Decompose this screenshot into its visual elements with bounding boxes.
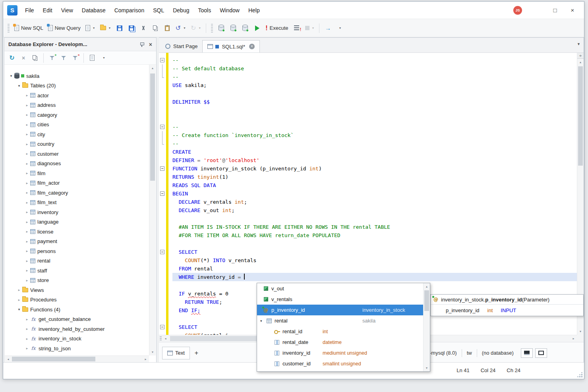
completion-item-customer-id[interactable]: customer_idsmallint unsigned [257,358,423,369]
tab-list-button[interactable]: ▼ [577,42,580,46]
pin-icon[interactable] [139,42,144,47]
tree-item-film-text[interactable]: ▸film_text [5,198,149,208]
scroll-up-icon[interactable]: ▲ [424,283,430,290]
cut-button[interactable] [138,22,149,34]
maximize-button[interactable]: □ [548,5,562,16]
refresh-button[interactable]: ↻ [7,53,17,63]
scroll-thumb[interactable] [12,357,95,361]
fold-collapse-icon[interactable] [160,58,164,62]
completion-item-p-inventory-id[interactable]: p_inventory_idinventory_in_stock [257,305,423,315]
expand-icon[interactable]: ▸ [24,152,30,156]
layout-toggle-filled-button[interactable] [521,348,533,358]
layout-toggle-outline-button[interactable] [535,348,547,358]
explorer-more-button[interactable]: ▼ [99,53,109,63]
database-connect-button[interactable] [216,22,227,34]
expand-icon[interactable]: ▸ [24,239,30,243]
tree-item-procedures[interactable]: ▸Procedures [5,295,149,305]
database-refresh-button[interactable] [228,22,239,34]
tree-item-payment[interactable]: ▸payment [5,237,149,247]
tab-start-page[interactable]: Start Page [161,40,202,52]
expand-icon[interactable]: ▸ [24,337,30,341]
tree-item-diagnoses[interactable]: ▸diagnoses [5,159,149,169]
collapse-icon[interactable]: ▾ [8,74,14,78]
tree-item-country[interactable]: ▸country [5,139,149,149]
paste-button[interactable] [162,22,173,34]
close-icon[interactable]: × [149,41,152,48]
save-all-button[interactable] [126,22,137,34]
menu-edit[interactable]: Edit [39,5,57,16]
expand-icon[interactable]: ▸ [24,317,30,321]
tree-horizontal-scrollbar[interactable]: ◂ ▸ [5,355,149,362]
filter-button[interactable] [58,53,69,63]
tree-item-rental[interactable]: ▸rental [5,256,149,266]
scroll-left-icon[interactable]: ◂ [162,335,169,342]
expand-icon[interactable]: ▸ [24,346,30,350]
fold-collapse-icon[interactable] [160,325,164,329]
new-document-button[interactable]: ▼ [83,22,97,34]
completion-item-v-out[interactable]: v_out [257,283,423,294]
close-icon[interactable]: × [249,44,255,49]
fold-collapse-icon[interactable] [160,166,164,171]
expand-icon[interactable]: ▸ [16,288,22,292]
stop-button[interactable]: ▼ [303,22,317,34]
scroll-right-icon[interactable]: ▸ [142,356,149,362]
scroll-down-icon[interactable]: ▼ [424,365,430,371]
scroll-left-icon[interactable]: ◂ [5,356,12,362]
new-query-button[interactable]: New Query [46,22,83,34]
tree-vertical-scrollbar[interactable]: ▲ ▼ [149,65,156,355]
tree-item-staff[interactable]: ▸staff [5,266,149,276]
stop-refresh-button[interactable]: × [18,53,29,63]
fold-collapse-icon[interactable] [160,125,164,129]
tree-item-persons[interactable]: ▸persons [5,246,149,256]
add-filter-button[interactable]: + [47,53,57,63]
tree-item-address[interactable]: ▸address [5,100,149,110]
close-button[interactable]: × [566,5,579,16]
tree-item-views[interactable]: ▸Views [5,285,149,295]
scroll-up-icon[interactable]: ▲ [149,65,156,71]
open-file-button[interactable]: ▼ [98,22,113,34]
tree-item-tables-20[interactable]: ▾Tables (20) [5,81,149,91]
scroll-thumb[interactable] [578,66,583,166]
expand-icon[interactable]: ▸ [24,132,30,136]
tree-item-category[interactable]: ▸category [5,110,149,120]
collapse-icon[interactable]: ▾ [260,319,266,323]
editor-vertical-scrollbar[interactable]: ÷ ▲ ▼ [577,53,584,335]
expand-icon[interactable]: ▸ [24,123,30,127]
toolbar-grip[interactable] [8,24,10,33]
tree-item-film-actor[interactable]: ▸film_actor [5,178,149,188]
duplicate-button[interactable] [30,53,40,63]
tab-text-view[interactable]: Text [162,347,190,359]
undo-button[interactable]: ↺▼ [174,22,188,34]
menu-help[interactable]: Help [244,5,264,16]
user-label[interactable]: tw [462,350,477,356]
tree-item-inventory-in-stock[interactable]: ▸fxinventory_in_stock [5,334,149,344]
collapse-icon[interactable]: ▾ [16,307,22,311]
expand-icon[interactable]: ▸ [24,103,30,107]
resize-grip[interactable] [577,372,582,377]
expand-icon[interactable]: ▸ [24,181,30,185]
copy-button[interactable] [150,22,161,34]
expand-icon[interactable]: ▸ [24,191,30,195]
scroll-thumb[interactable] [150,73,155,181]
new-sql-button[interactable]: New SQL [12,22,45,34]
menu-file[interactable]: File [21,5,39,16]
database-label[interactable]: (no database) [477,350,518,356]
tree-item-city[interactable]: ▸city [5,129,149,139]
tree-item-inventory[interactable]: ▸inventory [5,207,149,217]
popup-scrollbar[interactable]: ▲ ▼ [423,283,430,371]
debug-step-button[interactable]: → [322,22,333,34]
expand-icon[interactable]: ▸ [24,210,30,214]
menu-database[interactable]: Database [77,5,110,16]
expand-icon[interactable]: ▸ [24,278,30,282]
tree-item-sakila[interactable]: ▾sakila [5,71,149,81]
scroll-down-icon[interactable]: ▼ [577,328,584,335]
fold-collapse-icon[interactable] [160,191,164,196]
scroll-right-icon[interactable]: ▸ [570,335,577,342]
tree-item-language[interactable]: ▸language [5,217,149,227]
add-view-button[interactable]: + [195,350,198,357]
scroll-up-icon[interactable]: ▲ [577,59,584,66]
menu-tools[interactable]: Tools [193,5,215,16]
menu-view[interactable]: View [57,5,77,16]
tree-item-store[interactable]: ▸store [5,276,149,286]
menu-comparison[interactable]: Comparison [110,5,149,16]
